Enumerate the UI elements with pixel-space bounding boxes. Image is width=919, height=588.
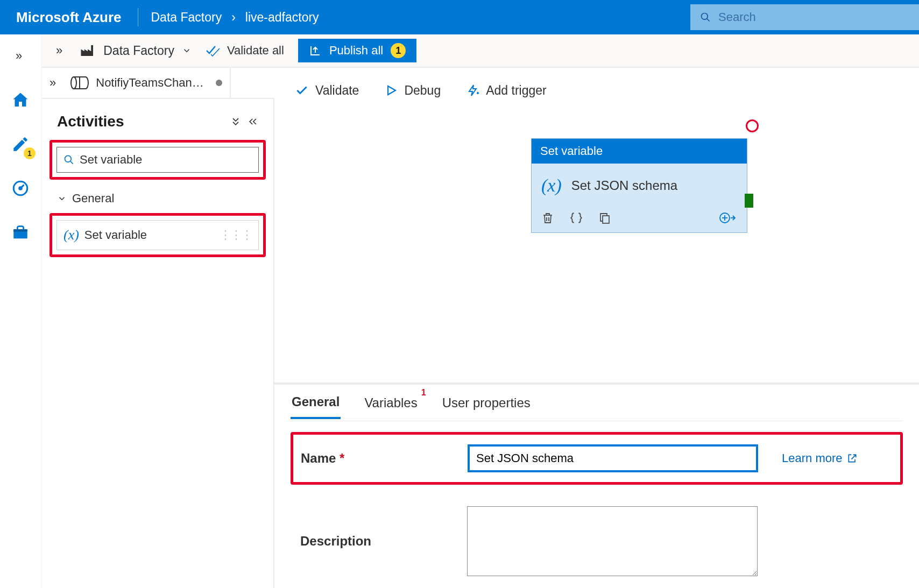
highlight-name-row: Name * Learn more <box>291 432 903 485</box>
svg-line-7 <box>70 161 73 164</box>
activity-group-label: General <box>72 192 114 206</box>
activity-item-label: Set variable <box>84 228 147 242</box>
validate-button[interactable]: Validate <box>295 83 359 98</box>
expand-tree-button[interactable]: » <box>50 76 56 90</box>
svg-point-0 <box>702 13 708 19</box>
clone-node-button[interactable] <box>598 211 611 225</box>
manage-button[interactable] <box>9 221 32 244</box>
gauge-icon <box>11 179 30 197</box>
svg-point-5 <box>71 77 76 89</box>
chevron-right-icon: › <box>231 10 236 25</box>
required-asterisk: * <box>340 451 344 465</box>
name-label: Name * <box>301 451 446 466</box>
svg-rect-4 <box>13 229 27 231</box>
add-trigger-label: Add trigger <box>486 83 547 98</box>
trash-icon <box>541 211 554 225</box>
property-tabs: General Variables 1 User properties <box>291 385 903 421</box>
author-button[interactable]: 1 <box>9 132 32 156</box>
unsaved-dot-icon <box>216 80 222 86</box>
variable-icon: (x) <box>63 227 79 243</box>
highlight-search-box <box>50 140 266 180</box>
braces-icon <box>569 211 583 225</box>
factory-label: Data Factory <box>103 44 174 58</box>
canvas: Validate Debug Add trigger Set variable … <box>274 68 919 588</box>
add-output-button[interactable] <box>719 211 737 225</box>
debug-button[interactable]: Debug <box>385 83 441 98</box>
chevron-down-icon <box>182 46 192 55</box>
property-pane: General Variables 1 User properties Name… <box>274 384 919 588</box>
breadcrumb-current[interactable]: live-adfactory <box>245 10 319 25</box>
debug-label: Debug <box>404 83 441 98</box>
factory-switcher[interactable]: Data Factory <box>80 44 192 58</box>
search-icon <box>63 154 74 166</box>
publish-all-label: Publish all <box>329 44 383 58</box>
activities-search[interactable] <box>56 147 259 173</box>
brand-label[interactable]: Microsoft Azure <box>0 9 138 26</box>
search-icon <box>700 11 711 23</box>
azure-topbar: Microsoft Azure Data Factory › live-adfa… <box>0 0 919 34</box>
chevron-double-down-icon <box>230 116 241 127</box>
activity-node[interactable]: Set variable (x) Set JSON schema <box>532 139 747 232</box>
tab-general[interactable]: General <box>291 387 341 419</box>
add-arrow-icon <box>719 211 737 225</box>
chevron-double-left-icon <box>248 116 258 127</box>
chevron-down-icon <box>57 194 67 203</box>
drag-grip-icon[interactable]: ⋮⋮⋮ <box>220 228 252 242</box>
activity-node-body: (x) Set JSON schema <box>532 164 747 232</box>
publish-icon <box>309 44 322 57</box>
tab-user-properties[interactable]: User properties <box>441 388 532 418</box>
activity-item-set-variable[interactable]: (x) Set variable ⋮⋮⋮ <box>56 220 259 250</box>
activity-node-name: Set JSON schema <box>571 178 677 193</box>
learn-more-link[interactable]: Learn more <box>782 451 858 465</box>
name-input[interactable] <box>468 444 758 472</box>
activities-title: Activities <box>57 113 224 130</box>
external-link-icon <box>847 453 858 464</box>
collapse-all-button[interactable] <box>230 116 241 127</box>
svg-point-3 <box>19 187 22 190</box>
hide-panel-button[interactable] <box>248 116 258 127</box>
tab-variables[interactable]: Variables 1 <box>363 388 418 418</box>
home-button[interactable] <box>9 88 32 112</box>
monitor-button[interactable] <box>9 176 32 200</box>
breadcrumb-root[interactable]: Data Factory <box>151 10 222 25</box>
svg-point-6 <box>65 155 72 162</box>
highlight-activity-item: (x) Set variable ⋮⋮⋮ <box>50 213 266 257</box>
name-label-text: Name <box>301 451 336 465</box>
activity-group-general[interactable]: General <box>42 185 273 212</box>
variable-icon: (x) <box>541 175 562 196</box>
trigger-icon <box>466 83 479 98</box>
expand-panel-button[interactable]: » <box>56 44 62 58</box>
description-input[interactable] <box>467 506 758 576</box>
workspace: » NotifiyTeamsChan… Activities <box>42 68 919 588</box>
canvas-toolbar: Validate Debug Add trigger <box>274 68 919 113</box>
authoring-toolbar: » Data Factory Validate all Publish all … <box>42 34 919 68</box>
activities-panel: Activities General (x) Set <box>42 68 274 588</box>
validate-all-button[interactable]: Validate all <box>206 44 284 58</box>
success-port[interactable] <box>745 194 753 208</box>
pipeline-tab[interactable]: NotifiyTeamsChan… <box>62 68 231 98</box>
add-trigger-button[interactable]: Add trigger <box>466 83 547 98</box>
breadcrumb: Data Factory › live-adfactory <box>138 10 319 25</box>
validate-label: Validate <box>315 83 359 98</box>
author-badge: 1 <box>24 147 36 159</box>
view-code-button[interactable] <box>569 211 583 225</box>
copy-icon <box>598 211 611 225</box>
publish-all-button[interactable]: Publish all 1 <box>298 39 416 62</box>
home-icon <box>11 90 30 110</box>
description-label: Description <box>300 534 446 549</box>
highlight-dot-icon <box>746 119 759 132</box>
activities-search-input[interactable] <box>80 153 252 167</box>
pipeline-tabstrip: » NotifiyTeamsChan… <box>42 68 274 99</box>
check-icon <box>295 83 309 97</box>
toolbox-icon <box>11 223 30 242</box>
canvas-area[interactable]: Set variable (x) Set JSON schema <box>274 113 919 384</box>
delete-node-button[interactable] <box>541 211 554 225</box>
svg-line-1 <box>707 19 710 22</box>
activities-header: Activities <box>42 99 273 139</box>
play-icon <box>385 83 398 97</box>
tab-variables-badge: 1 <box>421 388 426 398</box>
global-search-input[interactable] <box>718 10 909 24</box>
global-search[interactable] <box>690 4 919 30</box>
publish-count-badge: 1 <box>391 43 406 58</box>
expand-rail-button[interactable]: » <box>7 44 31 68</box>
